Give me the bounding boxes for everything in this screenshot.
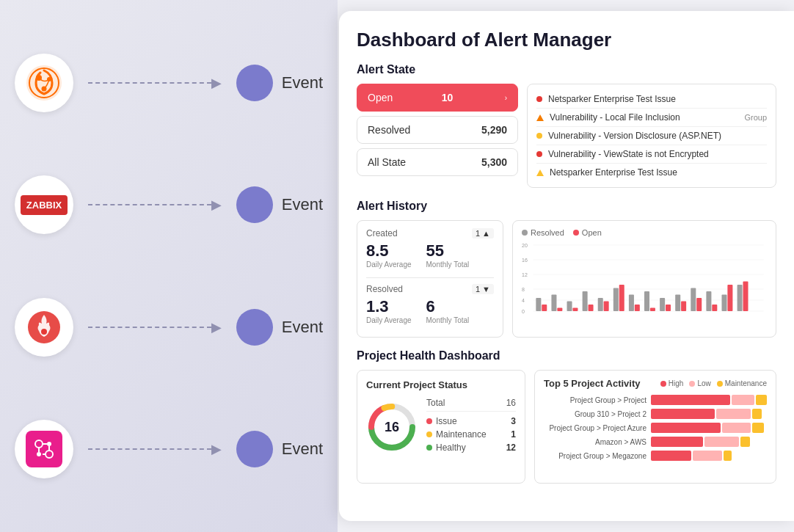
resolved-header: Resolved 1 ▼ xyxy=(366,284,494,294)
alert-history-title: Alert History xyxy=(357,200,776,213)
alert-item-4: Vulnerability - ViewState is not Encrypt… xyxy=(536,145,767,164)
top5-header: Top 5 Project Activity High Low Maint xyxy=(544,378,767,389)
all-count: 5,300 xyxy=(481,156,507,168)
total-value: 16 xyxy=(506,398,516,408)
bar-row-5: Project Group > Megazone xyxy=(544,451,767,461)
bar-low-2 xyxy=(716,409,751,419)
svg-rect-34 xyxy=(583,291,588,311)
alert-text-2: Vulnerability - Local File Inclusion xyxy=(550,112,680,123)
svg-text:4: 4 xyxy=(522,297,525,305)
bar-maint-3 xyxy=(752,423,764,433)
dashboard-title: Dashboard of Alert Manager xyxy=(357,29,776,51)
svg-rect-38 xyxy=(613,288,619,312)
event-node-3: Event xyxy=(236,309,323,346)
event-node-4: Event xyxy=(236,431,323,467)
svg-rect-54 xyxy=(737,285,743,311)
healthy-dot xyxy=(426,445,432,451)
arrow-custom: ▶ xyxy=(88,441,222,457)
svg-rect-30 xyxy=(551,295,556,312)
project-status-card: Current Project Status xyxy=(357,370,525,484)
alert-icon-5 xyxy=(536,170,544,176)
grafana-source xyxy=(15,54,73,112)
bar-high-4 xyxy=(651,437,703,447)
bar-label-3: Project Group > Project Azure xyxy=(544,424,647,432)
donut-chart: 16 xyxy=(366,401,418,453)
open-chevron: › xyxy=(505,94,507,102)
chart-legend: Resolved Open xyxy=(522,228,767,237)
status-legend: Total 16 Issue 3 xyxy=(426,398,516,456)
total-label: Total xyxy=(426,398,445,408)
legend-low: Low xyxy=(689,379,710,387)
healthy-row: Healthy 12 xyxy=(426,442,516,453)
svg-rect-32 xyxy=(567,302,572,312)
svg-rect-46 xyxy=(675,295,680,312)
alert-text-4: Vulnerability - ViewState is not Encrypt… xyxy=(548,149,709,159)
status-content: 16 Total 16 Issue xyxy=(366,398,516,456)
resolved-values: 1.3 Daily Average 6 Monthly Total xyxy=(366,297,494,324)
bar-track-4 xyxy=(651,437,767,447)
state-row-all[interactable]: All State 5,300 xyxy=(357,148,518,176)
event-node-2: Event xyxy=(236,186,323,223)
alert-history-section: Alert History Created 1 ▲ 8.5 Daily Ave xyxy=(357,200,776,338)
bar-high-1 xyxy=(651,395,730,405)
event-node-1: Event xyxy=(236,65,323,101)
alert-state-container: Open 10 › Resolved 5,290 All State 5,300… xyxy=(357,84,776,188)
alert-item-3: Vulnerability - Version Disclosure (ASP.… xyxy=(536,127,767,145)
bar-chart-area: 20 16 12 8 4 0 xyxy=(522,241,767,315)
bar-row-1: Project Group > Project xyxy=(544,395,767,405)
svg-rect-55 xyxy=(743,282,748,312)
legend-low-label: Low xyxy=(697,379,710,387)
bar-low-5 xyxy=(693,451,722,461)
bar-label-5: Project Group > Megazone xyxy=(544,452,647,460)
opsgenie-icon xyxy=(26,309,62,346)
current-status-title: Current Project Status xyxy=(366,379,516,390)
state-row-open[interactable]: Open 10 › xyxy=(357,84,518,112)
issue-label: Issue xyxy=(436,416,457,426)
bar-maint-4 xyxy=(740,437,750,447)
all-label: All State xyxy=(368,156,406,168)
svg-rect-31 xyxy=(557,308,562,312)
legend-maint-label: Maintenance xyxy=(725,379,767,387)
maintenance-value: 1 xyxy=(511,429,516,440)
alert-text-1: Netsparker Enterprise Test Issue xyxy=(548,94,676,104)
bar-label-1: Project Group > Project xyxy=(544,396,647,404)
grafana-icon xyxy=(24,63,64,103)
event-circle-1 xyxy=(236,65,273,101)
bar-label-2: Group 310 > Project 2 xyxy=(544,410,647,418)
open-label: Open xyxy=(368,92,393,103)
created-daily-label: Daily Average xyxy=(366,260,412,269)
svg-rect-37 xyxy=(604,302,609,312)
legend-open: Open xyxy=(573,228,602,237)
bar-low-1 xyxy=(732,395,754,405)
maintenance-dot xyxy=(426,431,432,437)
event-circle-2 xyxy=(236,186,273,223)
bar-low-4 xyxy=(704,437,739,447)
arrow-grafana: ▶ xyxy=(88,75,222,91)
zabbix-logo: ZABBIX xyxy=(21,195,68,215)
created-monthly-label: Monthly Total xyxy=(426,260,470,269)
svg-point-9 xyxy=(47,442,51,446)
resolved-monthly-num: 6 xyxy=(426,297,470,316)
created-monthly-num: 55 xyxy=(426,241,470,260)
svg-rect-53 xyxy=(727,285,732,311)
state-row-resolved[interactable]: Resolved 5,290 xyxy=(357,116,518,144)
legend-resolved-label: Resolved xyxy=(531,228,564,237)
history-stats: Created 1 ▲ 8.5 Daily Average 55 Monthly… xyxy=(357,220,503,338)
maintenance-label: Maintenance xyxy=(436,429,487,440)
legend-resolved: Resolved xyxy=(522,228,564,237)
alert-state-section: Alert State Open 10 › Resolved 5,290 All… xyxy=(357,63,776,188)
created-daily-num: 8.5 xyxy=(366,241,412,260)
resolved-label: Resolved xyxy=(368,124,410,136)
bar-high-2 xyxy=(651,409,715,419)
svg-rect-49 xyxy=(696,298,702,311)
svg-rect-52 xyxy=(721,295,726,312)
healthy-label: Healthy xyxy=(436,442,466,453)
bar-track-2 xyxy=(651,409,767,419)
svg-rect-42 xyxy=(644,291,649,311)
bar-track-5 xyxy=(651,451,767,461)
svg-rect-50 xyxy=(706,291,711,311)
svg-rect-28 xyxy=(536,298,541,311)
open-count: 10 xyxy=(442,92,454,103)
created-label: Created xyxy=(366,228,398,238)
svg-text:12: 12 xyxy=(522,272,528,279)
